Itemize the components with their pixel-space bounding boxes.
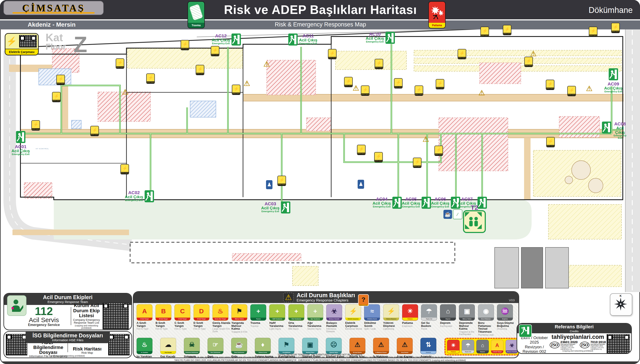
disclaimer-line-2: TAHLİYE PLANI, İŞYERİMİZDE 6331 SAYILI İ… [86, 356, 554, 359]
chapter-chip: +TravmaTravmaTrauma [250, 304, 269, 327]
first-aid-person-icon [7, 295, 27, 316]
trauma-icon: Travma [187, 1, 205, 28]
electric-shock-warning-badge: ⚡Elektrik Çarpması [480, 27, 489, 37]
company-logo: ÇİMSATAŞ [4, 1, 104, 15]
website-url: tahliyeplanlari.com [550, 334, 606, 340]
chapter-chip: ◉Boru PatlamasıBoru Patlaması Tesisat Tı… [478, 304, 497, 336]
company-name: ÇİMSATAŞ [22, 2, 85, 14]
electric-shock-warning-badge: ⚡Elektrik Çarpması [56, 75, 65, 85]
emergency-exit-marker-AC04: AC04Acil ÇıkışEmergency Exit [372, 197, 402, 209]
hse-qr-code-left [6, 334, 27, 356]
chapter-chip: ≈Dökülme SızıntıDökülme SızıntıSpill / L… [364, 304, 383, 330]
electric-shock-warning-badge: ⚡Elektrik Çarpması [611, 23, 620, 33]
electric-shock-warning-badge: ⚡Elektrik Çarpması [415, 86, 423, 96]
credits-title: Referans Bilgileri [517, 324, 631, 330]
hazard-triangle-icon: ⚠ [479, 88, 485, 97]
chapter-chip-icon: +Orta Yaralanma [288, 304, 304, 320]
chapter-chip-icon: ♨Geniş Alan Yangın [212, 304, 228, 320]
chapter-chip: +Ağır YaralanmaAğır YaralanmaSevere Inju… [307, 304, 326, 330]
assembly-point-icon [464, 211, 483, 230]
chapter-chip-icon: ▣Mahsur Kalma [459, 304, 475, 320]
hazard-badge-label: Elektrik Çarpması [5, 49, 38, 55]
team-qr-code [103, 303, 129, 330]
electric-shock-warning-badge: ⚡Elektrik Çarpması [120, 164, 129, 174]
bandage-icon [189, 4, 203, 20]
room-label: HT KONTROL [36, 148, 49, 150]
compass-rose: K [610, 293, 632, 316]
electric-shock-warning-badge: ⚡Elektrik Çarpması [232, 84, 241, 95]
electric-shock-warning-badge: ⚡Elektrik Çarpması [546, 137, 555, 147]
chapter-chip-icon: ⚡Yıldırım Düşmesi [383, 304, 399, 320]
chapter-chip: +Hafif YaralanmaHafif YaralanmaLight Inj… [269, 304, 288, 330]
risk-map-title: Risk Haritası [68, 346, 106, 351]
chapter-chip-icon: ⚠B.Araç Kazası [349, 338, 365, 354]
chapter-chip-icon: ☁Gaz Kaçağı [160, 338, 176, 354]
electric-shock-warning-badge: ⚡Elektrik Çarpması [31, 120, 40, 130]
chapter-chip-icon: CC Sınıf Yangın [174, 304, 190, 320]
electric-shock-icon: ⚡ [5, 34, 18, 49]
chapter-chip-icon: ☀Patlama [447, 340, 460, 354]
hse-qr-code-right [108, 334, 130, 356]
electric-shock-warning-badge: ⚡Elektrik Çarpması [90, 126, 99, 136]
chapter-chip-icon: ≈Dökülme Sızıntı [364, 304, 380, 320]
logo-underline [13, 12, 95, 14]
chapter-chip-icon: +Hafif Yaralanma [269, 304, 285, 320]
chapter-chip-icon: ⚑Mahsur Kalma [232, 304, 247, 320]
chapter-chip-icon: DD Sınıf Yangın [193, 304, 209, 320]
disclaimer: TEFRİŞ ÜNİTELERİ TEMSİLİDİR. THE FURNITU… [86, 354, 554, 362]
hse-panel-title: İSG Bilgilendirme Dosyaları [26, 333, 110, 338]
chapter-chip-icon: ♦Sokma Isırma [255, 338, 271, 354]
explosion-icon: Patlama [429, 1, 446, 28]
chapter-chip: ☣Bulaşıcı HastalıkBulaşıcı HastalıkInfec… [326, 304, 345, 333]
chapters-subtitle: Emergency Response Chapters [297, 298, 355, 302]
chapter-chip: DD Sınıf YangınD Sınıfı YangınFire D Typ… [193, 304, 212, 330]
location-label: Akdeniz - Mersin [0, 21, 103, 28]
credits-subtitle: Credits [517, 330, 631, 333]
page-subtitle: Risk & Emergency Responses Map [215, 21, 426, 28]
electric-shock-warning-badge: ⚡Elektrik Çarpması [375, 59, 383, 69]
assembly-point-marker: T2 [463, 210, 486, 233]
chapter-chip-mini: AA Sınıfı Yangın [491, 340, 503, 354]
chapter-chip-icon: ☂Taşkın Sel [421, 304, 437, 320]
chapter-chip-icon: ⚠Araç Kazası [397, 338, 413, 354]
electric-shock-warning-badge: ⚡Elektrik Çarpması [181, 40, 189, 50]
electric-shock-warning-badge: ⚡Elektrik Çarpması [436, 79, 444, 89]
hazard-triangle-icon: ⚠ [122, 88, 128, 96]
hazard-triangle-icon: ⚠ [244, 79, 250, 88]
chapter-chip-icon: ☣Bulaşıcı Hastalık [326, 304, 342, 320]
electric-shock-warning-badge: ⚡Elektrik Çarpması [211, 46, 219, 56]
emergency-team-panel: Acil Durum Ekipleri Emergency Response T… [4, 293, 132, 330]
hse-panel-subtitle: Information HSE Files [26, 338, 110, 342]
electric-shock-warning-badge: ⚡Elektrik Çarpması [344, 77, 353, 87]
electric-shock-warning-badge: ⚡Elektrik Çarpması [52, 92, 61, 102]
emergency-service-label: Acil Servis [17, 317, 71, 323]
chapter-chip: ⚡Elektrik ÇarpmasıElektrik ÇarpmasıElect… [345, 304, 364, 330]
chapter-chip-icon: ⚑Kundaklama [279, 338, 294, 354]
emergency-exit-marker-AC01: AC01Acil ÇıkışEmergency Exit [12, 131, 30, 156]
site-name: Dökümhane [589, 6, 633, 15]
chapter-chip: ⌂DepremDepremEarthquake [440, 304, 459, 327]
chapter-chip: ♒BoğulmaSuya Düşme BoğulmaDrowning [497, 304, 516, 330]
chapters-title: Acil Durum Başlıkları [297, 292, 355, 298]
chapter-chip-icon: BB Sınıf Yangın [155, 304, 171, 320]
restroom-icon: ♟ [358, 180, 364, 189]
exit-sign-icon [519, 324, 532, 337]
workplace-wide-chips: ☀Patlama☂Taşkın Sel⌂DepremAA Sınıfı Yang… [445, 338, 519, 356]
emergency-exit-marker-AC05: AC05Acil ÇıkışEmergency Exit [402, 197, 431, 209]
electric-shock-warning-badge: ⚡Elektrik Çarpması [374, 152, 383, 162]
emergency-exit-marker-AC08: AC08Acil ÇıkışEmergency Exit [602, 122, 627, 139]
smoking-area-icon: ∕ [453, 210, 462, 219]
chapter-chip: AA Sınıf YangınA Sınıfı YangınFire A Typ… [137, 304, 155, 330]
electric-shock-warning-badge: ⚡Elektrik Çarpması [413, 158, 421, 168]
chapter-chip-icon: ☠Solunum Zehirlenme [184, 338, 200, 354]
chapter-chip: +Orta YaralanmaOrta YaralanmaMid Injury [288, 304, 307, 330]
chapter-chip-icon: ☞Deri Zehirlenme [207, 338, 224, 354]
chapter-chip-icon: ☀Patlama [402, 304, 418, 320]
electric-shock-badge: ⚡ Elektrik Çarpması [5, 33, 39, 56]
chapter-chip-mini: ⌂Deprem [476, 340, 489, 354]
electric-shock-warning-badge: ⚡Elektrik Çarpması [394, 78, 402, 88]
chapter-chip: CC Sınıf YangınC Sınıfı YangınFire C Typ… [174, 304, 193, 330]
revision-number: Revizyon / Revision 002 [519, 345, 550, 354]
electric-shock-warning-badge: ⚡Elektrik Çarpması [435, 146, 443, 156]
hazard-triangle-icon: ⚠ [586, 84, 592, 93]
